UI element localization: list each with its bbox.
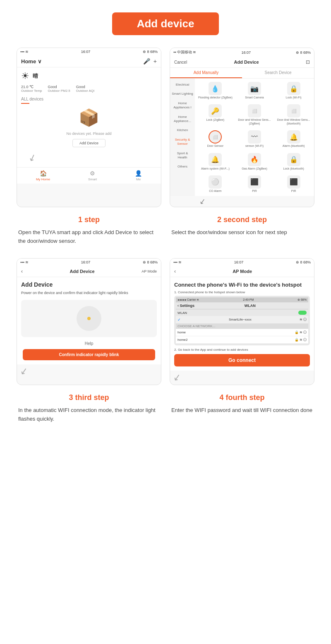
screen2-tabs: Add Manually Search Device: [170, 68, 314, 79]
confirm-blink-button[interactable]: Confirm indicator rapidly blink: [23, 349, 155, 360]
arrow-door-sensor: ↙: [196, 195, 209, 207]
wifi-settings-back[interactable]: ‹ Settings: [177, 304, 194, 308]
sidebar-smart-lighting[interactable]: Smart Lighting: [170, 89, 195, 98]
home-tab-icon: 🏠: [40, 170, 47, 177]
device-lock-zigbee[interactable]: 🔑 Lock (ZigBee): [197, 103, 234, 127]
step3-block: 3 third step In the automatic WIFI conne…: [17, 393, 161, 424]
step3-desc: In the automatic WIFI connection mode, t…: [18, 406, 160, 424]
device-co-alarm[interactable]: ⚪ CO Alarm: [197, 174, 234, 194]
smart-camera-label: Smart Camera: [245, 96, 264, 99]
me-tab-icon: 👤: [135, 170, 142, 177]
step3-number: 3 third step: [18, 393, 160, 402]
wifi-wlan-title: WLAN: [245, 304, 256, 308]
door-sensor-icon: ⬜: [209, 130, 222, 144]
device-lock-bt[interactable]: 🔒 Lock (bluetooth): [275, 151, 312, 172]
device-alarm-bt[interactable]: 🔔 Alarm (bluetooth): [275, 129, 312, 149]
arrow-add-device: ↙: [27, 151, 38, 164]
screen4-battery: ⊛ 8 68%: [296, 260, 311, 264]
home-tab-label: My Home: [36, 177, 50, 181]
screen3-add-title: Add Device: [21, 281, 157, 288]
sidebar-security-sensor[interactable]: Security & Sensor: [170, 135, 195, 149]
me-tab-label: Me: [136, 177, 141, 181]
screen4-step1-label: 1. Connected phone to the hotspot shown …: [174, 290, 310, 294]
tab-smart[interactable]: ⚙ Smart: [88, 170, 97, 181]
step4-desc: Enter the WIFI password and wait till WI…: [171, 406, 313, 415]
bottom-screenshots-grid: ▪▪▪ ≋ 16:07 ⊛ 8 68% ‹ Add Device AP Mode…: [17, 258, 314, 385]
screen2-sidebar: Electrical Smart Lighting Home Appliance…: [170, 79, 195, 196]
wifi-smartlife-row[interactable]: ✓ SmartLife~xxxx ≋ ⓘ: [176, 316, 308, 323]
aqi-val: Good: [76, 85, 94, 89]
screen1-nav: Home ∨ 🎤 +: [17, 55, 161, 67]
sidebar-home-appliance[interactable]: Home Appliance...: [170, 113, 195, 126]
screen4-status-bar: ▪▪▪ ≋ 16:07 ⊛ 8 68%: [170, 259, 314, 266]
screen4-ap-mode: ▪▪▪ ≋ 16:07 ⊛ 8 68% ‹ AP Mode Connect th…: [170, 258, 314, 385]
device-smart-camera[interactable]: 📷 Smart Camera: [236, 80, 273, 101]
device-door-window-bt[interactable]: ⬜ Door And Window Sens... (bluetooth): [275, 103, 312, 127]
empty-box-icon: 📦: [21, 108, 157, 127]
step2-number: 2 second step: [171, 215, 313, 224]
screen1-bottom-tabs: 🏠 My Home ⚙ Smart 👤 Me: [17, 167, 161, 184]
tab-add-manually[interactable]: Add Manually: [170, 68, 242, 78]
co-alarm-icon: ⚪: [209, 175, 222, 189]
screen3-desc: Power on the device and confirm that ind…: [21, 290, 157, 296]
device-alarm-wifi[interactable]: 🔔 Alarm system (Wi-F...): [197, 151, 234, 172]
arrow-go-connect: ↙: [170, 370, 182, 385]
wlan-label: WLAN: [177, 311, 187, 315]
screen3-ap-mode[interactable]: AP Mode: [142, 269, 157, 273]
wlan-toggle[interactable]: [298, 311, 307, 315]
arrow-confirm-blink: ↙: [17, 364, 29, 379]
device-lock-wifi[interactable]: 🔒 Lock (Wi-Fi): [275, 80, 312, 101]
top-screenshots-grid: ▪▪▪ ≋ 16:07 ⊛ 8 68% Home ∨ 🎤 + ☀ 晴 21.0 …: [17, 48, 314, 207]
go-connect-button[interactable]: Go connect: [174, 354, 310, 366]
pir2-label: PIR: [291, 189, 296, 193]
screen2-device-icons: 💧 Flooding detector (ZigBee) 📷 Smart Cam…: [195, 79, 314, 196]
tab-search-device[interactable]: Search Device: [242, 68, 314, 78]
tab-me[interactable]: 👤 Me: [135, 170, 142, 181]
screen4-nav: ‹ AP Mode: [170, 266, 314, 277]
device-door-window-zigbee[interactable]: ⬜ Door and Window Sens... (ZigBee): [236, 103, 273, 127]
screen4-back[interactable]: ‹: [174, 268, 176, 274]
device-gas-alarm[interactable]: 🔥 Gas Alarm (ZigBee): [236, 151, 273, 172]
page-title-wrap: Add device: [17, 12, 314, 35]
sidebar-electrical[interactable]: Electrical: [170, 80, 195, 89]
door-window-zigbee-icon: ⬜: [248, 104, 261, 117]
pm-label: Outdoor PM2.5: [48, 89, 70, 93]
sensor-wifi-label: sensor (Wi-Fi): [245, 144, 264, 148]
screen2-scan-icon[interactable]: ⊡: [306, 59, 310, 65]
screen1-devices: ALL devices 📦 No devices yet. Please add…: [17, 94, 161, 167]
wifi-home2-row[interactable]: home2 🔒 ≋ ⓘ: [176, 336, 308, 344]
home-title[interactable]: Home ∨: [21, 58, 42, 65]
wifi-home-row[interactable]: home 🔒 ≋ ⓘ: [176, 329, 308, 336]
screen1-signal: ▪▪▪ ≋: [20, 50, 29, 54]
pm-val: Good: [48, 85, 70, 89]
smartlife-network-icons: ≋ ⓘ: [300, 317, 307, 322]
device-pir-2[interactable]: ⬛ PIR: [275, 174, 312, 194]
nav-icons[interactable]: 🎤 +: [143, 58, 157, 65]
lock-zigbee-icon: 🔑: [209, 104, 222, 117]
screen4-main-title: Connect the phone's Wi-Fi to the device'…: [174, 281, 310, 289]
device-door-sensor[interactable]: ⬜ Door Sensor: [197, 129, 234, 149]
alarm-bt-icon: 🔔: [287, 130, 300, 144]
lock-bt-icon: 🔒: [287, 153, 300, 166]
tab-my-home[interactable]: 🏠 My Home: [36, 170, 50, 181]
pir1-label: PIR: [252, 189, 257, 193]
device-flooding-detector[interactable]: 💧 Flooding detector (ZigBee): [197, 80, 234, 101]
aqi-label: Outdoor AQI: [76, 89, 94, 93]
device-pir-1[interactable]: ⬛ PIR: [236, 174, 273, 194]
pir1-icon: ⬛: [248, 175, 261, 189]
sensor-wifi-icon: 〰: [248, 130, 261, 144]
screen3-back[interactable]: ‹: [21, 268, 23, 274]
lock-wifi-icon: 🔒: [287, 82, 300, 95]
sidebar-sport-health[interactable]: Sport & Health: [170, 149, 195, 163]
screen2-cancel[interactable]: Cancel: [174, 60, 187, 65]
flooding-detector-label: Flooding detector (ZigBee): [198, 96, 233, 99]
device-sensor-wifi[interactable]: 〰 sensor (Wi-Fi): [236, 129, 273, 149]
sidebar-home-appliances-i[interactable]: Home Appliances I: [170, 99, 195, 113]
step1-number: 1 step: [18, 215, 160, 224]
sidebar-others[interactable]: Others: [170, 162, 195, 171]
screen1-battery: ⊛ 8 68%: [143, 50, 158, 54]
add-device-button[interactable]: Add Device: [72, 139, 106, 147]
weather-icon: ☀: [21, 71, 29, 81]
smart-camera-icon: 📷: [248, 82, 261, 95]
sidebar-kitchen[interactable]: Kitchen: [170, 126, 195, 135]
